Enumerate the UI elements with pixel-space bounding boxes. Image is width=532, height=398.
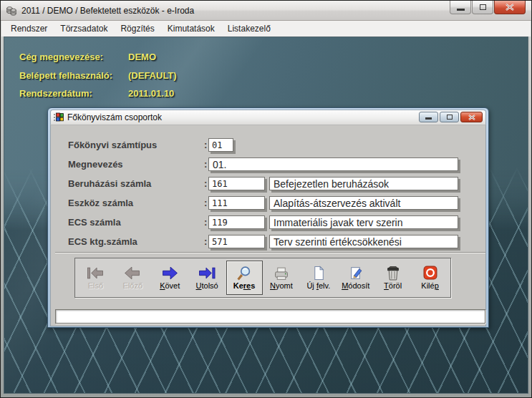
delete-button[interactable]: Töröl xyxy=(374,261,411,295)
eszkoz-szamla-code-input[interactable] xyxy=(208,196,265,210)
field-label: Eszköz számla xyxy=(68,198,133,208)
dialog-minimize-button[interactable] xyxy=(419,112,438,122)
print-button[interactable]: Nyomt xyxy=(263,261,299,295)
company-value: DEMO xyxy=(128,52,156,62)
new-record-button[interactable]: Új felv. xyxy=(300,261,337,295)
field-colon: : xyxy=(204,236,207,247)
search-icon xyxy=(235,266,253,281)
dialog-maximize-icon xyxy=(447,115,453,120)
menu-rogzites[interactable]: Rögzítés xyxy=(114,21,160,36)
minimize-button[interactable] xyxy=(450,1,471,14)
date-row: Rendszerdátum: 2011.01.10 xyxy=(19,88,92,99)
beruhazasi-szamla-code-input[interactable] xyxy=(208,177,265,190)
close-icon xyxy=(506,4,514,11)
dialog-fokonyviszam-csoportok: Főkönyviszám csoportok Főkönyvi számtípu… xyxy=(47,107,489,328)
field-colon: : xyxy=(204,140,207,150)
edit-button[interactable]: Módosít xyxy=(337,261,374,295)
user-label: Belépett felhasználó: xyxy=(19,70,112,81)
menu-rendszer[interactable]: Rendszer xyxy=(4,21,54,36)
windows-flag-icon xyxy=(54,112,64,122)
previous-record-button: Előző xyxy=(115,261,151,295)
maximize-button[interactable] xyxy=(472,1,493,14)
window-titlebar[interactable]: 2011 / DEMO / Befektetett eszközök - e-I… xyxy=(1,1,531,21)
close-button[interactable] xyxy=(494,1,526,14)
first-record-button: Első xyxy=(77,261,114,295)
field-label: Megnevezés xyxy=(68,159,123,170)
user-row: Belépett felhasználó: (DEFAULT) xyxy=(19,70,112,81)
ecs-szamla-code-input[interactable] xyxy=(208,215,265,229)
dialog-title: Főkönyviszám csoportok xyxy=(67,112,162,122)
company-row: Cég megnevezése: DEMO xyxy=(19,52,103,62)
client-area: Cég megnevezése: DEMO Belépett felhaszná… xyxy=(4,37,528,394)
last-record-button[interactable]: Utolsó xyxy=(189,261,226,295)
toolbar: Első Előző Követ xyxy=(74,258,451,298)
field-colon: : xyxy=(204,198,207,208)
dialog-close-button[interactable] xyxy=(460,112,483,122)
edit-icon xyxy=(347,266,365,281)
company-label: Cég megnevezése: xyxy=(19,52,103,62)
ecs-ktg-szamla-name-input[interactable] xyxy=(269,235,458,248)
previous-record-icon xyxy=(123,266,142,281)
window-title: 2011 / DEMO / Befektetett eszközök - e-I… xyxy=(21,6,194,16)
dialog-maximize-button[interactable] xyxy=(440,112,459,122)
ecs-ktg-szamla-code-input[interactable] xyxy=(208,235,265,248)
field-colon: : xyxy=(204,159,207,170)
dialog-minimize-icon xyxy=(425,117,432,120)
date-value: 2011.01.10 xyxy=(128,88,174,99)
field-label: Beruházási számla xyxy=(68,178,151,189)
beruhazasi-szamla-name-input[interactable] xyxy=(269,177,458,190)
search-button[interactable]: Keres xyxy=(226,261,263,295)
field-label: Főkönyvi számtípus xyxy=(68,140,157,150)
delete-icon xyxy=(384,266,402,281)
app-coins-icon xyxy=(5,5,18,16)
minimize-icon xyxy=(457,9,465,11)
maximize-icon xyxy=(480,4,486,10)
exit-button[interactable]: Kilép xyxy=(412,261,448,295)
field-colon: : xyxy=(204,217,207,228)
last-record-icon xyxy=(198,266,216,281)
user-value: (DEFAULT) xyxy=(128,70,177,81)
megnevezes-input[interactable] xyxy=(208,157,458,171)
separator-groove xyxy=(55,252,485,253)
eszkoz-szamla-name-input[interactable] xyxy=(269,196,458,210)
field-label: ECS számla xyxy=(68,217,121,228)
new-record-icon xyxy=(309,266,328,281)
dialog-titlebar[interactable]: Főkönyviszám csoportok xyxy=(50,110,486,125)
exit-icon xyxy=(421,266,440,281)
field-colon: : xyxy=(204,178,207,189)
menu-torzsadatok[interactable]: Törzsadatok xyxy=(54,21,114,36)
print-icon xyxy=(272,266,291,281)
szamtipus-input[interactable] xyxy=(208,138,233,152)
next-record-icon xyxy=(160,266,179,281)
dialog-body: Főkönyvi számtípus : Megnevezés : Beruhá… xyxy=(50,125,486,326)
first-record-icon xyxy=(86,266,105,281)
ecs-szamla-name-input[interactable] xyxy=(269,215,458,229)
date-label: Rendszerdátum: xyxy=(19,88,92,99)
menubar: Rendszer Törzsadatok Rögzítés Kimutatáso… xyxy=(1,21,531,37)
dialog-close-icon xyxy=(468,115,475,120)
status-input[interactable] xyxy=(55,309,485,324)
main-window: 2011 / DEMO / Befektetett eszközök - e-I… xyxy=(0,0,532,398)
menu-kimutatasok[interactable]: Kimutatások xyxy=(161,21,221,36)
field-label: ECS ktg.számla xyxy=(68,236,137,247)
menu-listakezelo[interactable]: Listakezelő xyxy=(221,21,277,36)
next-record-button[interactable]: Követ xyxy=(152,261,188,295)
